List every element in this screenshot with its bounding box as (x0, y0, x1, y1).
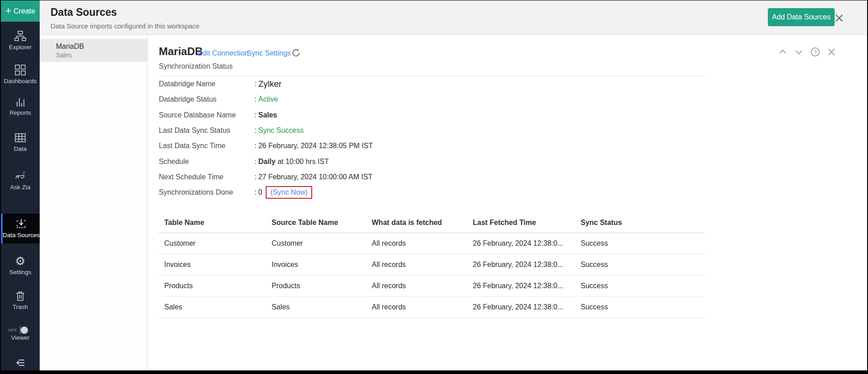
add-data-sources-button[interactable]: Add Data Sources (768, 8, 835, 26)
create-button[interactable]: + Create (1, 0, 40, 22)
colon: : (254, 111, 256, 119)
table-column-header: Source Table Name (266, 213, 366, 233)
status-row: Next Schedule Time:27 February, 2024 10:… (159, 172, 373, 182)
table-cell: Sales (266, 297, 366, 318)
svg-text:?: ? (814, 49, 817, 56)
page-subtitle: Data Source imports configured in this w… (51, 22, 199, 30)
sidebar-item-dashboards[interactable]: Dashboards (1, 64, 40, 85)
table-cell: 26 February, 2024 12:38:0... (467, 233, 575, 254)
status-value-text: Sales (258, 111, 277, 119)
table-column-header: Last Fetched Time (467, 213, 575, 233)
trash-icon (14, 290, 27, 302)
colon: : (254, 80, 256, 88)
explorer-icon (14, 30, 27, 42)
colon: : (254, 173, 256, 181)
table-cell: Invoices (159, 254, 266, 276)
sync-now-link[interactable]: (Sync Now) (270, 188, 308, 196)
sync-settings-link[interactable]: Sync Settings (247, 49, 291, 57)
table-cell: All records (366, 276, 467, 297)
status-row: Synchronizations Done:0(Sync Now) (159, 187, 312, 198)
table-header-row: Table NameSource Table NameWhat data is … (159, 213, 705, 233)
detail-toolbar: ? (778, 47, 836, 57)
tables-sync-table: Table NameSource Table NameWhat data is … (159, 213, 705, 318)
table-cell: All records (366, 233, 467, 254)
table-cell: All records (366, 297, 467, 318)
table-row[interactable]: ProductsProductsAll records26 February, … (159, 276, 705, 297)
table-cell: 26 February, 2024 12:38:0... (467, 254, 575, 276)
table-cell: 26 February, 2024 12:38:0... (467, 297, 575, 318)
prev-source-icon[interactable] (778, 47, 788, 57)
table-cell: Success (575, 233, 705, 254)
status-row: Source Database Name:Sales (159, 110, 277, 121)
edit-connection-link[interactable]: Edit Connection (198, 49, 249, 57)
annotation-box: (Sync Now) (266, 186, 312, 199)
table-cell: Success (575, 276, 705, 297)
data-icon (14, 132, 27, 144)
sidebar-item-explorer[interactable]: Explorer (1, 30, 40, 51)
sidebar-item-ask-zia[interactable]: Ask Zia (1, 170, 40, 191)
data-sources-icon (15, 218, 28, 230)
status-value: :Daily at 10:00 hrs IST (254, 158, 329, 166)
status-value: :Zylker (254, 79, 282, 89)
status-row: Schedule:Daily at 10:00 hrs IST (159, 156, 329, 167)
source-detail-panel: MariaDB Edit Connection Sync Settings ? (148, 35, 867, 370)
table-row[interactable]: SalesSalesAll records26 February, 2024 1… (159, 297, 705, 318)
dashboards-icon (14, 64, 27, 76)
status-label: Last Data Sync Time (159, 142, 254, 150)
status-value: :Sync Success (254, 126, 304, 135)
sidebar-item-trash[interactable]: Trash (1, 290, 40, 311)
source-list-item-mariadb[interactable]: MariaDB Sales (40, 39, 147, 62)
sidebar-item-settings[interactable]: ⚙ Settings (1, 255, 40, 276)
status-label: Last Data Sync Status (159, 126, 254, 135)
colon: : (254, 142, 256, 150)
refresh-icon[interactable] (291, 48, 301, 58)
status-label: Source Database Name (159, 111, 254, 119)
status-value-text: 27 February, 2024 10:00:00 AM IST (258, 173, 372, 181)
status-row: Last Data Sync Status:Sync Success (159, 125, 304, 136)
table-column-header: Table Name (159, 213, 266, 233)
sidebar-item-data[interactable]: Data (1, 132, 40, 153)
next-source-icon[interactable] (794, 47, 804, 57)
status-value: :26 February, 2024 12:38:05 PM IST (254, 142, 373, 150)
status-row: Last Data Sync Time:26 February, 2024 12… (159, 140, 373, 151)
status-label: Schedule (159, 158, 254, 166)
status-value-text: Zylker (258, 79, 282, 89)
create-label: Create (14, 7, 35, 15)
status-value-text: Daily (258, 158, 275, 166)
colon: : (254, 158, 256, 166)
table-cell: All records (366, 254, 467, 276)
status-value-text: Active (258, 95, 278, 103)
table-row[interactable]: InvoicesInvoicesAll records26 February, … (159, 254, 705, 276)
colon: : (254, 95, 256, 103)
table-column-header: Sync Status (575, 213, 705, 233)
ask-zia-icon (14, 170, 27, 182)
status-value-text: 26 February, 2024 12:38:05 PM IST (258, 142, 373, 150)
status-value-text: 0 (258, 188, 262, 196)
help-icon[interactable]: ? (810, 47, 820, 57)
table-cell: 26 February, 2024 12:38:0... (467, 276, 575, 297)
table-cell: Customer (266, 233, 366, 254)
sidebar-item-reports[interactable]: Reports (1, 96, 40, 117)
colon: : (254, 126, 256, 135)
table-cell: Customer (159, 233, 266, 254)
table-row[interactable]: CustomerCustomerAll records26 February, … (159, 233, 705, 254)
source-workspace: Sales (56, 51, 147, 60)
source-name: MariaDB (56, 42, 147, 51)
collapse-sidebar-button[interactable] (1, 358, 40, 371)
status-row: Databridge Status:Active (159, 94, 278, 105)
table-cell: Invoices (266, 254, 366, 276)
status-value: :Sales (254, 111, 277, 119)
sidebar-item-viewer[interactable]: OFF Viewer (1, 326, 40, 341)
toggle-knob (21, 327, 28, 334)
sync-status-list: Databridge Name:ZylkerDatabridge Status:… (159, 79, 610, 200)
page-title: Data Sources (51, 6, 117, 19)
status-value: :Active (254, 95, 278, 103)
detail-close-icon[interactable] (826, 47, 836, 57)
page-header: Data Sources Data Source imports configu… (40, 0, 867, 35)
status-value-text: at 10:00 hrs IST (276, 158, 329, 166)
status-label: Next Schedule Time (159, 173, 254, 181)
viewer-toggle[interactable]: OFF (20, 326, 21, 334)
sidebar-item-data-sources[interactable]: Data Sources (1, 214, 40, 243)
header-close-icon[interactable] (834, 13, 845, 23)
colon: : (254, 188, 256, 196)
